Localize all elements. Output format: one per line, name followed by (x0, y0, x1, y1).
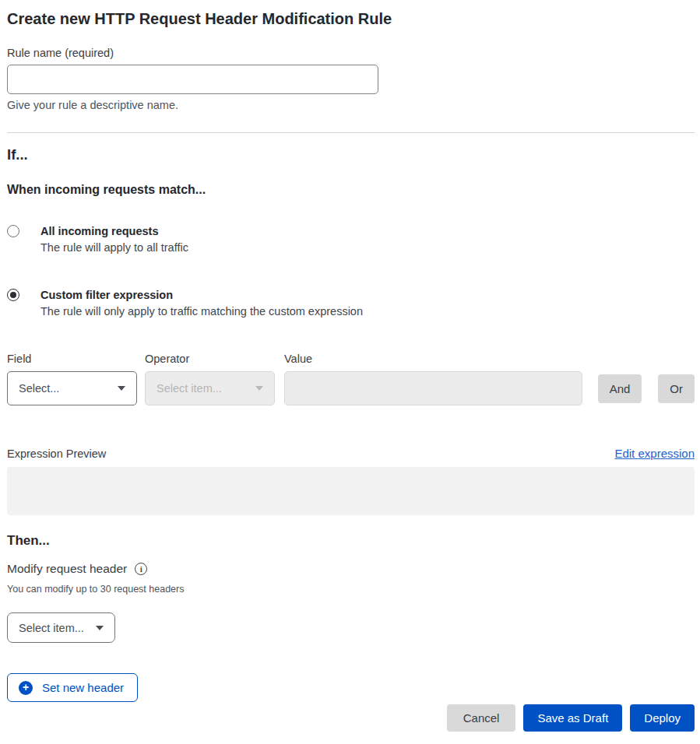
footer-actions: Cancel Save as Draft Deploy (7, 704, 695, 732)
rule-name-label: Rule name (required) (7, 47, 695, 59)
expression-preview-box (7, 467, 695, 515)
cancel-button[interactable]: Cancel (447, 704, 516, 732)
radio-option-custom-filter-expression[interactable]: Custom filter expression The rule will o… (7, 287, 695, 321)
chevron-down-icon (96, 626, 104, 630)
operator-label: Operator (145, 353, 275, 365)
chevron-down-icon (118, 386, 125, 391)
edit-expression-link[interactable]: Edit expression (614, 447, 695, 460)
plus-circle-icon: + (19, 681, 33, 695)
field-label: Field (7, 353, 137, 365)
then-heading: Then... (7, 533, 695, 549)
create-rule-page: Create new HTTP Request Header Modificat… (0, 0, 700, 732)
radio-option-label: Custom filter expression (40, 287, 363, 303)
radio-button-icon[interactable] (7, 289, 19, 301)
header-operation-select-value: Select item... (19, 622, 84, 634)
set-new-header-button[interactable]: + Set new header (7, 673, 138, 702)
field-column: Field Select... (7, 353, 137, 405)
chevron-down-icon (255, 386, 263, 391)
radio-button-icon[interactable] (7, 225, 19, 237)
rule-name-input[interactable] (7, 65, 378, 94)
and-button[interactable]: And (598, 374, 642, 403)
or-button[interactable]: Or (658, 374, 695, 403)
deploy-button[interactable]: Deploy (630, 704, 695, 732)
header-operation-select[interactable]: Select item... (7, 612, 115, 643)
value-label: Value (284, 353, 582, 365)
rule-name-helper: Give your rule a descriptive name. (7, 99, 695, 111)
expression-preview-label: Expression Preview (7, 447, 106, 460)
radio-option-texts: Custom filter expression The rule will o… (40, 287, 363, 321)
value-input[interactable] (284, 371, 582, 405)
field-select-value: Select... (19, 382, 59, 395)
set-new-header-label: Set new header (42, 681, 124, 694)
operator-column: Operator Select item... (145, 353, 275, 405)
value-column: Value (284, 353, 582, 405)
modify-header-helper: You can modify up to 30 request headers (7, 584, 695, 595)
save-as-draft-button[interactable]: Save as Draft (523, 704, 622, 732)
info-icon[interactable]: i (135, 563, 147, 575)
radio-option-description: The rule will apply to all traffic (40, 239, 188, 257)
radio-option-label: All incoming requests (40, 223, 188, 239)
modify-header-row: Modify request header i (7, 562, 695, 576)
page-title: Create new HTTP Request Header Modificat… (7, 9, 695, 29)
conjunction-buttons: And Or (598, 371, 695, 405)
radio-option-texts: All incoming requests The rule will appl… (40, 223, 188, 257)
radio-option-description: The rule will only apply to traffic matc… (40, 303, 363, 321)
match-subheading: When incoming requests match... (7, 183, 695, 197)
expression-preview-header: Expression Preview Edit expression (7, 447, 695, 460)
operator-select[interactable]: Select item... (145, 371, 275, 405)
section-divider (7, 132, 695, 133)
modify-request-header-label: Modify request header (7, 562, 127, 576)
if-heading: If... (7, 146, 695, 163)
expression-builder-row: Field Select... Operator Select item... … (7, 353, 695, 405)
operator-select-value: Select item... (157, 382, 222, 395)
radio-option-all-incoming-requests[interactable]: All incoming requests The rule will appl… (7, 223, 695, 257)
field-select[interactable]: Select... (7, 371, 137, 405)
